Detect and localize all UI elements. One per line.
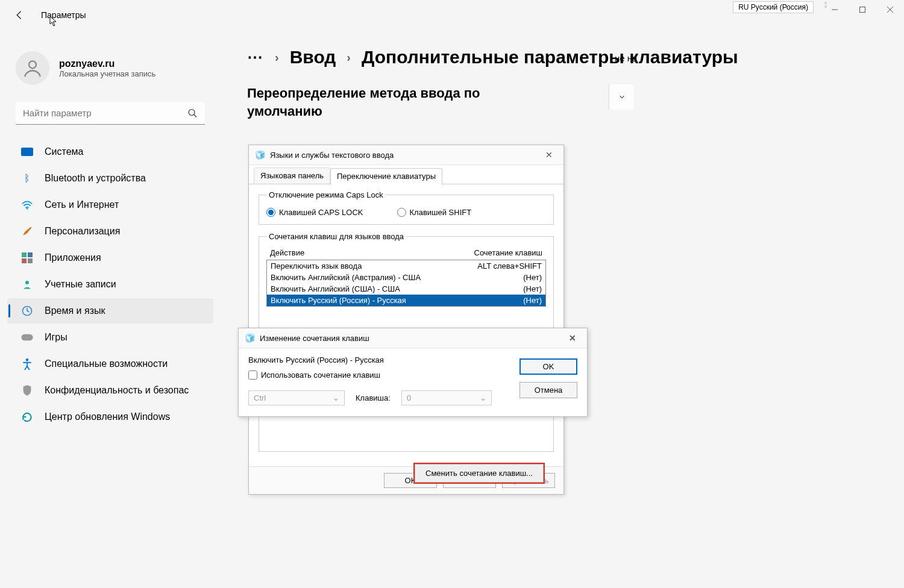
breadcrumb-input[interactable]: Ввод	[290, 47, 336, 67]
nav-apps[interactable]: Приложения	[7, 245, 213, 271]
svg-rect-11	[22, 258, 27, 263]
svg-point-5	[189, 110, 195, 116]
nav-label: Время и язык	[45, 305, 105, 316]
nav-label: Конфиденциальность и безопас	[45, 385, 189, 396]
nav-update[interactable]: Центр обновления Windows	[7, 404, 213, 430]
search-icon	[187, 108, 198, 119]
key-combo[interactable]: 0⌄	[401, 390, 492, 405]
nav-label: Игры	[45, 332, 67, 343]
col-action: Действие	[270, 248, 304, 257]
radio-shift[interactable]: Клавишей SHIFT	[397, 208, 472, 217]
nav-privacy[interactable]: Конфиденциальность и безопас	[7, 378, 213, 403]
key-label: Клавиша:	[356, 393, 391, 402]
radio-capslock-input[interactable]	[266, 208, 275, 217]
hotkeys-list[interactable]: Переключить язык вводаALT слева+SHIFT Вк…	[266, 260, 546, 307]
svg-rect-12	[28, 258, 33, 263]
breadcrumb-overflow[interactable]: ⋯	[247, 48, 264, 67]
dialog2-cancel-button[interactable]: Отмена	[519, 382, 577, 398]
section-heading: Переопределение метода ввода по умолчани…	[247, 84, 536, 120]
change-key-sequence-dialog: 🧊 Изменение сочетания клавиш ✕ Включить …	[238, 328, 588, 417]
minimize-button[interactable]	[821, 0, 849, 19]
capslock-legend: Отключение режима Caps Lock	[266, 190, 386, 199]
radio-capslock[interactable]: Клавишей CAPS LOCK	[266, 208, 363, 217]
dialog1-body: Отключение режима Caps Lock Клавишей CAP…	[249, 184, 563, 466]
dialog2-ok-button[interactable]: OK	[519, 358, 577, 375]
svg-point-13	[25, 281, 29, 284]
nav-list: Система ᛒBluetooth и устройства Сеть и И…	[5, 139, 216, 430]
capslock-fieldset: Отключение режима Caps Lock Клавишей CAP…	[259, 190, 554, 225]
dialog2-buttons: OK Отмена	[519, 358, 577, 398]
bluetooth-icon: ᛒ	[20, 172, 34, 185]
search-box	[16, 102, 205, 125]
hotkey-row[interactable]: Включить Английский (Австралия) - США(Не…	[267, 272, 545, 283]
modifier-combo[interactable]: Ctrl⌄	[248, 390, 345, 405]
tab-language-bar[interactable]: Языковая панель	[254, 167, 330, 184]
arrow-left-icon	[14, 10, 25, 20]
dialog2-close-button[interactable]: ✕	[564, 332, 581, 344]
language-indicator[interactable]: RU Русский (Россия)	[733, 1, 814, 13]
nav-label: Приложения	[45, 252, 101, 263]
nav-label: Специальные возможности	[45, 358, 168, 369]
nav-network[interactable]: Сеть и Интернет	[7, 192, 213, 217]
nav-label: Сеть и Интернет	[45, 199, 119, 210]
titlebar: Параметры RU Русский (Россия) °°	[0, 0, 904, 30]
nav-bluetooth[interactable]: ᛒBluetooth и устройства	[7, 166, 213, 191]
nav-label: Персонализация	[45, 226, 120, 237]
nav-accessibility[interactable]: Специальные возможности	[7, 351, 213, 377]
hotkey-row[interactable]: Включить Английский (США) - США(Нет)	[267, 283, 545, 295]
dialog2-titlebar[interactable]: 🧊 Изменение сочетания клавиш ✕	[239, 328, 587, 348]
svg-point-16	[26, 358, 29, 361]
breadcrumb-current: Дополнительные параметры клавиатуры	[362, 47, 738, 67]
keyboard-icon: 🧊	[245, 333, 255, 343]
nav-gaming[interactable]: Игры	[7, 325, 213, 350]
user-block[interactable]: poznyaev.ru Локальная учетная запись	[5, 45, 216, 97]
wifi-icon	[20, 198, 34, 211]
svg-line-6	[194, 114, 196, 117]
window-controls	[821, 0, 904, 19]
checkbox-label: Использовать сочетание клавиш	[261, 371, 380, 380]
chevron-down-icon: ⌄	[333, 393, 339, 402]
maximize-button[interactable]	[849, 0, 876, 19]
dialog1-tabs: Языковая панель Переключение клавиатуры	[249, 165, 563, 184]
keyboard-icon: 🧊	[255, 150, 265, 160]
radio-label: Клавишей SHIFT	[410, 208, 472, 217]
hotkey-row[interactable]: Переключить язык вводаALT слева+SHIFT	[267, 260, 545, 272]
system-icon	[20, 145, 34, 158]
sidebar: poznyaev.ru Локальная учетная запись Сис…	[5, 45, 216, 431]
tab-keyboard-switch[interactable]: Переключение клавиатуры	[330, 168, 442, 185]
clock-globe-icon	[20, 304, 34, 317]
change-sequence-button[interactable]: Сменить сочетание клавиш...	[415, 464, 544, 483]
user-subtitle: Локальная учетная запись	[59, 69, 155, 78]
nav-label: Учетные записи	[45, 279, 116, 290]
breadcrumb: ⋯ › Ввод › Дополнительные параметры клав…	[247, 47, 892, 67]
radio-shift-input[interactable]	[397, 208, 406, 217]
hotkey-row-selected[interactable]: Включить Русский (Россия) - Русская(Нет)	[267, 295, 545, 306]
use-sequence-checkbox[interactable]	[248, 371, 257, 380]
dialog1-titlebar[interactable]: 🧊 Языки и службы текстового ввода ✕	[249, 145, 563, 165]
update-icon	[20, 410, 34, 424]
nav-accounts[interactable]: Учетные записи	[7, 272, 213, 297]
nav-label: Система	[45, 146, 83, 157]
gamepad-icon	[20, 331, 34, 344]
shield-icon	[20, 384, 34, 397]
nav-system[interactable]: Система	[7, 139, 213, 164]
search-input[interactable]	[16, 102, 205, 125]
dialog1-title: Языки и службы текстового ввода	[270, 151, 394, 160]
nav-personalization[interactable]: Персонализация	[7, 219, 213, 244]
nav-time-language[interactable]: Время и язык	[7, 298, 213, 324]
col-combo: Сочетание клавиш	[474, 248, 542, 257]
accessibility-icon	[20, 357, 34, 371]
user-name: poznyaev.ru	[59, 58, 155, 69]
radio-label: Клавишей CAPS LOCK	[279, 208, 363, 217]
svg-rect-9	[22, 252, 27, 257]
nav-label: Bluetooth и устройства	[45, 173, 146, 184]
close-button[interactable]	[876, 0, 904, 19]
dialog1-close-button[interactable]: ✕	[541, 149, 557, 161]
chevron-right-icon: ›	[347, 51, 351, 64]
app-title: Параметры	[41, 10, 86, 20]
back-button[interactable]	[5, 1, 34, 30]
svg-rect-10	[28, 252, 33, 257]
nav-label: Центр обновления Windows	[45, 411, 170, 422]
dropdown-chevron[interactable]	[609, 84, 634, 110]
brush-icon	[20, 225, 34, 238]
